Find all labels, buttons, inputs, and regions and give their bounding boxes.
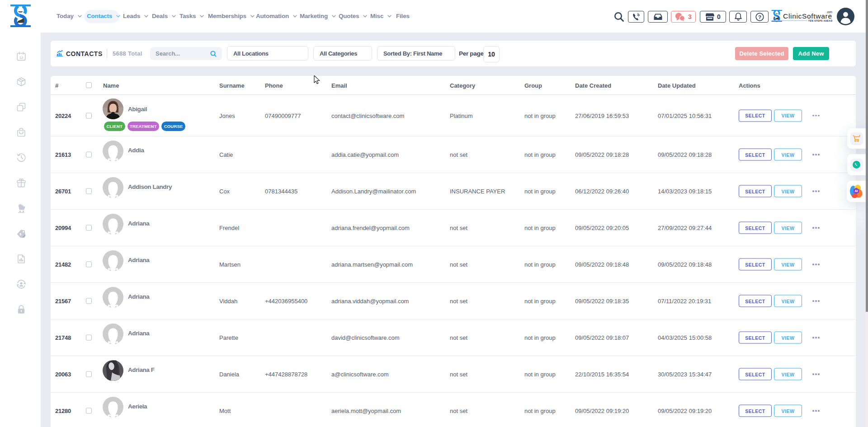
svg-text:.com: .com: [826, 10, 832, 14]
svg-text:TEN STEPS AHEAD: TEN STEPS AHEAD: [808, 19, 832, 22]
svg-text:ClinicSoftware: ClinicSoftware: [783, 12, 832, 20]
svg-text:AI: AI: [855, 189, 858, 192]
svg-text:12: 12: [19, 56, 23, 60]
svg-text:$: $: [19, 232, 22, 236]
svg-text:?: ?: [758, 14, 761, 19]
